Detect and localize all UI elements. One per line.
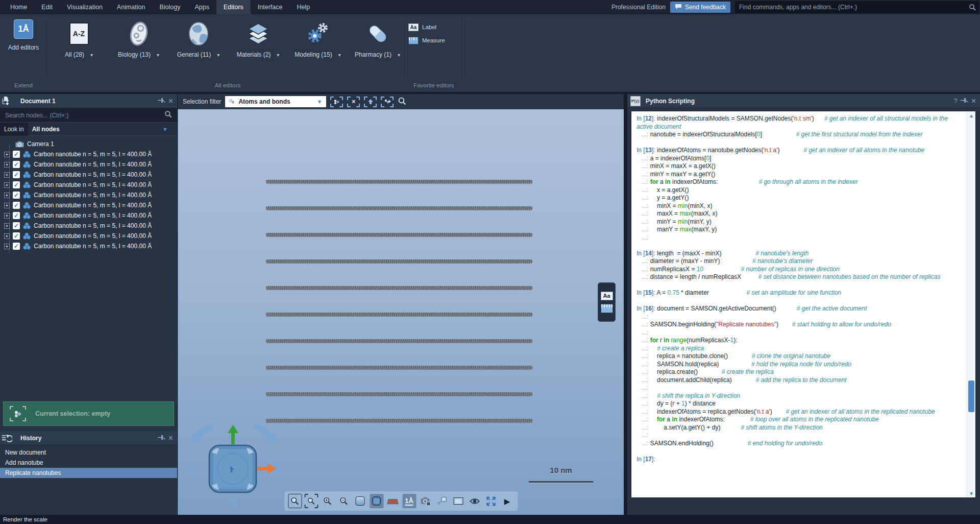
label-editor-button[interactable]: Aa [601, 292, 613, 300]
menu-item-interface[interactable]: Interface [251, 0, 290, 14]
play-button[interactable]: ▶ [500, 494, 514, 508]
favorite-measure-editor[interactable]: Measure [408, 34, 464, 47]
zoom-in-button[interactable] [321, 494, 334, 508]
visibility-checkbox[interactable]: ✓ [13, 222, 20, 229]
expander-icon[interactable]: + [4, 172, 10, 178]
zoom-region-button[interactable] [304, 494, 318, 508]
close-icon[interactable]: × [168, 434, 173, 442]
measure-editor-button[interactable] [601, 304, 613, 313]
presentation-button[interactable] [451, 494, 465, 508]
tree-item-nanotube[interactable]: +✓Carbon nanotube n = 5, m = 5, l = 400.… [0, 180, 177, 190]
expander-icon[interactable]: + [4, 203, 10, 208]
expander-icon[interactable]: + [4, 233, 10, 239]
close-icon[interactable]: × [971, 97, 976, 105]
dropdown-arrow-icon[interactable]: ▾ [398, 52, 400, 58]
close-icon[interactable]: × [168, 97, 173, 105]
expander-icon[interactable]: + [4, 182, 10, 188]
zoom-tool-button[interactable] [288, 494, 302, 508]
expander-icon[interactable]: + [4, 162, 10, 168]
selection-filter-select[interactable]: Atoms and bonds ▼ [225, 96, 326, 107]
ribbon-category-pill[interactable]: Pharmacy (1)▾ [348, 19, 407, 58]
dropdown-arrow-icon[interactable]: ▾ [277, 52, 279, 58]
favorite-label-editor[interactable]: Aa Label [408, 20, 464, 34]
visibility-checkbox[interactable]: ✓ [13, 171, 20, 178]
tree-item-nanotube[interactable]: +✓Carbon nanotube n = 5, m = 5, l = 400.… [0, 200, 177, 210]
ribbon-category-az[interactable]: A-ZAll (28)▾ [49, 19, 109, 58]
tree-item-nanotube[interactable]: +✓Carbon nanotube n = 5, m = 5, l = 400.… [0, 159, 177, 170]
dropdown-arrow-icon[interactable]: ▾ [90, 52, 93, 58]
navigation-cube-button[interactable] [370, 494, 383, 508]
ground-plane-button[interactable] [386, 494, 400, 508]
visibility-checkbox[interactable]: ✓ [13, 181, 20, 188]
navigation-gizmo[interactable] [181, 421, 286, 509]
command-search-input[interactable] [735, 1, 966, 13]
help-icon[interactable]: ? [953, 98, 957, 104]
zoom-out-button[interactable] [337, 494, 351, 508]
dropdown-arrow-icon[interactable]: ▾ [157, 52, 159, 58]
history-item[interactable]: New document [0, 447, 177, 458]
ribbon-category-cell[interactable]: Biology (13)▾ [109, 19, 168, 58]
look-in-select[interactable]: All nodes ▼ [28, 123, 177, 136]
visibility-checkbox[interactable]: ✓ [13, 161, 20, 168]
chevron-down-icon[interactable]: ▼ [162, 126, 173, 132]
history-item[interactable]: Add nanotube [0, 458, 177, 468]
visibility-checkbox[interactable]: ✓ [13, 151, 20, 158]
visibility-checkbox[interactable]: ✓ [13, 243, 20, 250]
select-all-button[interactable] [330, 97, 343, 107]
expander-icon[interactable]: + [4, 213, 10, 219]
ribbon-category-globe[interactable]: General (11)▾ [168, 19, 228, 58]
expander-icon[interactable]: + [4, 223, 10, 229]
search-icon[interactable] [966, 1, 979, 13]
node-search-input[interactable] [0, 112, 164, 119]
visibility-button[interactable] [468, 494, 481, 508]
scale-bar-button[interactable]: 1Å [402, 494, 416, 508]
pin-icon[interactable] [158, 98, 165, 104]
send-feedback-button[interactable]: Send feedback [670, 2, 730, 13]
expander-icon[interactable]: + [4, 193, 10, 198]
tree-item-nanotube[interactable]: +✓Carbon nanotube n = 5, m = 5, l = 400.… [0, 149, 177, 159]
python-console[interactable]: In [12]: indexerOfStructuralModels = SAM… [631, 111, 967, 497]
ribbon-category-gears[interactable]: Modeling (15)▾ [288, 19, 348, 58]
tree-item-nanotube[interactable]: +✓Carbon nanotube n = 5, m = 5, l = 400.… [0, 210, 177, 221]
add-to-selection-button[interactable] [381, 97, 394, 107]
menu-item-visualization[interactable]: Visualization [60, 0, 110, 14]
visibility-checkbox[interactable]: ✓ [13, 202, 20, 209]
viewport-background-button[interactable] [353, 494, 367, 508]
menu-item-animation[interactable]: Animation [110, 0, 153, 14]
scroll-up-icon[interactable]: ▲ [967, 111, 975, 120]
search-icon[interactable] [164, 110, 177, 120]
scrollbar[interactable]: ▲ ▼ [967, 111, 975, 497]
menu-item-edit[interactable]: Edit [34, 0, 60, 14]
snapshot-camera-button[interactable] [419, 494, 432, 508]
pin-icon[interactable] [158, 435, 165, 441]
visibility-checkbox[interactable]: ✓ [13, 232, 20, 240]
history-item[interactable]: Replicate nanotubes [0, 468, 177, 478]
select-parent-button[interactable] [364, 97, 377, 107]
tree-item-camera[interactable]: Camera 1 [0, 139, 177, 149]
tree-item-nanotube[interactable]: +✓Carbon nanotube n = 5, m = 5, l = 400.… [0, 221, 177, 231]
deselect-button[interactable]: × [347, 97, 360, 107]
menu-item-biology[interactable]: Biology [152, 0, 187, 14]
visibility-checkbox[interactable]: ✓ [13, 212, 20, 219]
pin-icon[interactable] [961, 98, 968, 104]
tree-item-nanotube[interactable]: +✓Carbon nanotube n = 5, m = 5, l = 400.… [0, 170, 177, 180]
menu-item-editors[interactable]: Editors [216, 0, 251, 14]
menu-item-help[interactable]: Help [289, 0, 317, 14]
fit-view-button[interactable] [484, 494, 498, 508]
tree-item-nanotube[interactable]: +✓Carbon nanotube n = 5, m = 5, l = 400.… [0, 241, 177, 251]
chevron-down-icon[interactable]: ▼ [316, 99, 323, 105]
ribbon-category-layers[interactable]: Materials (2)▾ [228, 19, 288, 58]
search-icon[interactable] [398, 97, 410, 107]
menu-item-apps[interactable]: Apps [187, 0, 216, 14]
scrollbar-thumb[interactable] [968, 380, 974, 412]
expander-icon[interactable]: + [4, 152, 10, 157]
dropdown-arrow-icon[interactable]: ▾ [217, 52, 219, 58]
tree-item-nanotube[interactable]: +✓Carbon nanotube n = 5, m = 5, l = 400.… [0, 190, 177, 200]
label-tool-button[interactable] [435, 494, 449, 508]
menu-item-home[interactable]: Home [3, 0, 34, 14]
viewport-canvas[interactable]: 10 nm Aa 1Å ▶ [178, 109, 624, 515]
scroll-down-icon[interactable]: ▼ [967, 489, 975, 497]
tree-item-nanotube[interactable]: +✓Carbon nanotube n = 5, m = 5, l = 400.… [0, 231, 177, 241]
dropdown-arrow-icon[interactable]: ▾ [338, 52, 341, 58]
expander-icon[interactable]: + [4, 244, 10, 249]
